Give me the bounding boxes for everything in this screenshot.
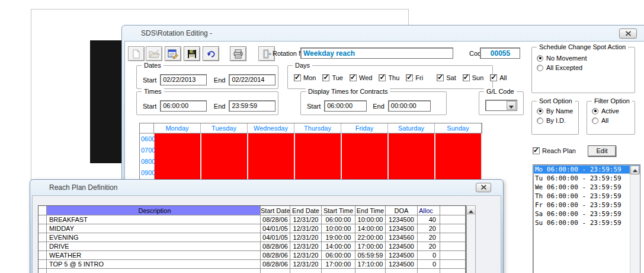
display-start-input[interactable]: 06:00:00 — [324, 100, 367, 112]
list-item[interactable]: Th 06:00:00 - 23:59:59 — [533, 192, 640, 201]
column-header-end-date[interactable]: End Date — [290, 206, 322, 215]
day-label: Fri — [415, 74, 423, 81]
row-selector-header — [39, 206, 47, 215]
reach-plan-table[interactable]: DescriptionStart DateEnd DateStart TimeE… — [38, 205, 466, 273]
dates-start-input[interactable]: 02/22/2013 — [160, 74, 207, 85]
day-label: Mon — [303, 74, 316, 81]
column-header-start-time[interactable]: Start Time — [322, 206, 355, 215]
cell: 0 — [418, 260, 440, 268]
open-button[interactable] — [146, 46, 162, 61]
row-selector[interactable] — [39, 215, 47, 224]
list-item[interactable]: Su 06:00:00 - 23:59:59 — [533, 218, 640, 227]
table-row[interactable]: WEATHER08/28/0612/31/2006:00:0005:59:591… — [39, 251, 466, 260]
row-selector[interactable] — [39, 269, 47, 273]
save-button[interactable] — [184, 46, 200, 61]
schedule-change-legend: Schedule Change Spot Action — [537, 43, 628, 50]
column-header-start-date[interactable]: Start Date — [261, 206, 290, 215]
dialog-titlebar[interactable]: Reach Plan Definition — [30, 180, 503, 195]
table-row[interactable]: EVENING04/01/0512/31/2019:00:0022:00:001… — [39, 233, 466, 242]
new-button[interactable] — [128, 46, 145, 61]
table-row[interactable]: BREAKFAST08/28/0612/31/2006:00:0010:00:0… — [39, 215, 466, 224]
times-end-input[interactable]: 23:59:59 — [229, 100, 275, 112]
day-label: Sat — [446, 74, 456, 81]
radio-all-excepted[interactable]: All Excepted — [537, 64, 635, 71]
radio-active[interactable]: Active — [592, 107, 635, 115]
cell: DRIVE — [47, 242, 261, 250]
table-row[interactable]: DRIVE08/28/0612/31/2014:00:0017:00:00123… — [39, 242, 466, 251]
list-item[interactable]: We 06:00:00 - 23:59:59 — [533, 183, 640, 192]
day-checkbox-all[interactable]: All — [490, 74, 507, 81]
cell: WEATHER — [47, 251, 261, 259]
list-item[interactable]: Fr 06:00:00 - 23:59:59 — [533, 201, 640, 209]
list-item[interactable]: Sa 06:00:00 - 23:59:59 — [533, 209, 640, 218]
scroll-up-button[interactable] — [467, 206, 475, 214]
days-legend: Days — [293, 62, 312, 69]
table-row[interactable]: MIDDAY04/01/0512/31/2010:00:0014:00:0012… — [39, 224, 466, 233]
column-header-end-time[interactable]: End Time — [355, 206, 386, 215]
background-black-panel — [90, 40, 121, 163]
display-end-input[interactable]: 00:00:00 — [388, 100, 431, 112]
radio-circle — [537, 65, 543, 71]
undo-button[interactable] — [203, 46, 219, 61]
list-item[interactable]: Tu 06:00:00 - 23:59:59 — [533, 174, 640, 183]
cell: 08/28/06 — [261, 215, 290, 224]
grid-day-header-tuesday: Tuesday — [201, 123, 248, 133]
checkbox-box — [490, 74, 497, 81]
table-row[interactable]: TOP 5 @ 5 INTRO08/28/0612/31/2017:00:001… — [39, 260, 466, 269]
day-checkbox-fri[interactable]: Fri — [406, 74, 423, 81]
day-checkbox-mon[interactable]: Mon — [294, 74, 316, 81]
gl-code-dropdown-button[interactable] — [507, 101, 516, 110]
dates-end-input[interactable]: 02/22/2014 — [229, 74, 275, 85]
edit-rotation-button[interactable] — [165, 46, 181, 61]
rotation-name-input[interactable]: Weekday reach — [300, 47, 453, 59]
cell-blank — [440, 224, 466, 233]
day-checkbox-sun[interactable]: Sun — [463, 74, 484, 81]
day-checkbox-thu[interactable]: Thu — [379, 74, 399, 81]
cell-blank — [440, 233, 466, 242]
titlebar[interactable]: SDS\Rotation Editing - — [122, 26, 644, 41]
window-title: SDS\Rotation Editing - — [141, 29, 212, 37]
cell: 17:10:00 — [355, 260, 386, 268]
grid-time-label: 0700 — [140, 145, 154, 156]
table-scrollbar[interactable] — [466, 205, 476, 273]
dialog-client-area: DescriptionStart DateEnd DateStart TimeE… — [32, 195, 501, 273]
dialog-close-button[interactable] — [476, 183, 491, 192]
column-header-blank — [440, 206, 466, 215]
list-scrollbar[interactable] — [630, 166, 639, 273]
cell: 08/28/06 — [261, 260, 290, 268]
day-checkbox-tue[interactable]: Tue — [322, 74, 343, 81]
radio-by-i-d[interactable]: By I.D. — [537, 117, 578, 124]
row-selector[interactable] — [39, 242, 47, 250]
cell — [355, 269, 386, 273]
close-icon — [625, 26, 632, 42]
radio-all[interactable]: All — [592, 117, 635, 124]
times-start-input[interactable]: 06:00:00 — [160, 100, 207, 112]
row-selector[interactable] — [39, 233, 47, 242]
list-item[interactable]: Mo 06:00:00 - 23:59:59 — [533, 165, 640, 174]
cell: 12/31/20 — [290, 260, 322, 268]
dates-legend: Dates — [142, 62, 164, 69]
gl-code-combo[interactable] — [485, 100, 517, 111]
gl-code-group: G/L Code — [479, 91, 524, 115]
row-selector[interactable] — [39, 251, 47, 259]
day-times-listbox[interactable]: Mo 06:00:00 - 23:59:59Tu 06:00:00 - 23:5… — [533, 164, 640, 273]
cell: 12/31/20 — [290, 233, 322, 242]
cell: TOP 5 @ 5 INTRO — [47, 260, 261, 268]
table-row[interactable] — [39, 269, 466, 273]
row-selector[interactable] — [39, 260, 47, 268]
edit-button[interactable]: Edit — [588, 145, 616, 157]
print-button[interactable] — [230, 46, 246, 61]
column-header-description[interactable]: Description — [47, 206, 261, 215]
row-selector[interactable] — [39, 224, 47, 233]
radio-by-name[interactable]: By Name — [537, 107, 578, 115]
day-checkbox-wed[interactable]: Wed — [350, 74, 372, 81]
reach-plan-checkbox[interactable]: Reach Plan — [533, 147, 576, 154]
days-row: MonTueWedThuFriSatSunAll — [294, 74, 490, 81]
column-header-alloc[interactable]: Alloc — [418, 206, 440, 215]
close-button[interactable] — [619, 28, 637, 39]
day-checkbox-sat[interactable]: Sat — [437, 74, 456, 81]
radio-no-movement[interactable]: No Movement — [537, 55, 635, 62]
column-header-doa[interactable]: DOA — [386, 206, 418, 215]
scroll-up-button[interactable] — [630, 166, 639, 174]
radio-label: By Name — [546, 107, 573, 115]
